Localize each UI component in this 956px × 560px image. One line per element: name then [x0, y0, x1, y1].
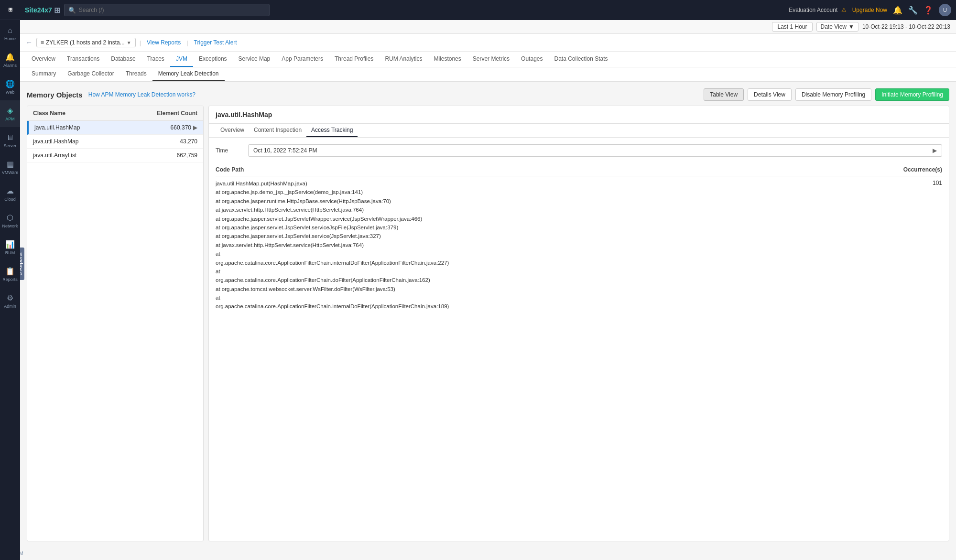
- sidebar-item-vmware[interactable]: ▦ VMWare: [0, 154, 20, 181]
- avatar[interactable]: U: [939, 4, 951, 16]
- main-area: Site24x7 ⊞ 🔍 Evaluation Account ⚠ Upgrad…: [20, 0, 956, 560]
- split-layout: Class Name Element Count java.util.HashM…: [27, 106, 949, 541]
- code-path-occurrences: Code Path Occurrence(s) java.util.HashMa…: [216, 163, 942, 311]
- sidebar-item-label: Alarms: [3, 63, 17, 68]
- section-title: Memory Objects: [27, 91, 83, 99]
- reports-icon: 📋: [5, 267, 15, 276]
- class-name-header: Class Name: [33, 110, 150, 117]
- occurrence-value-cell: 101: [885, 179, 942, 311]
- code-entry: at org.apache.tomcat.websocket.server.Ws…: [216, 285, 885, 293]
- sidebar-logo[interactable]: ⊞: [0, 0, 20, 20]
- search-input[interactable]: [79, 7, 265, 13]
- tab-app-parameters[interactable]: App Parameters: [276, 52, 329, 67]
- right-tab-access-tracking[interactable]: Access Tracking: [306, 124, 358, 137]
- row-element-count: 43,270: [150, 138, 197, 145]
- apm-icon: ◈: [7, 106, 13, 115]
- sidebar-item-label: RUM: [5, 250, 15, 255]
- tab-traces[interactable]: Traces: [141, 52, 170, 67]
- initiate-memory-profiling-button[interactable]: Initiate Memory Profiling: [875, 88, 949, 101]
- datetime-bar: Last 1 Hour Date View ▼ 10-Oct-22 19:13 …: [20, 20, 956, 34]
- sidebar-item-apm[interactable]: ◈ APM: [0, 100, 20, 127]
- brand-name: Site24x7: [25, 6, 52, 14]
- topbar: Site24x7 ⊞ 🔍 Evaluation Account ⚠ Upgrad…: [20, 0, 956, 20]
- code-entry-row: java.util.HashMap.put(HashMap.java) at o…: [216, 179, 942, 311]
- help-icon[interactable]: ❓: [923, 6, 933, 15]
- time-value-box[interactable]: Oct 10, 2022 7:52:24 PM ▶: [248, 144, 942, 157]
- eval-account-label: Evaluation Account ⚠: [789, 7, 846, 13]
- sidebar-item-label: Home: [4, 36, 16, 41]
- tab-thread-profiles[interactable]: Thread Profiles: [329, 52, 379, 67]
- code-path-section: Code Path Occurrence(s) java.util.HashMa…: [216, 163, 942, 311]
- tab-overview[interactable]: Overview: [26, 52, 61, 67]
- tab-server-metrics[interactable]: Server Metrics: [467, 52, 515, 67]
- code-entry: at javax.servlet.http.HttpServlet.servic…: [216, 241, 885, 249]
- notifications-icon[interactable]: 🔔: [893, 6, 902, 15]
- row-class-name: java.util.HashMap: [34, 124, 143, 131]
- sub-tab-summary[interactable]: Summary: [26, 67, 62, 81]
- table-row[interactable]: java.util.HashMap 43,270: [27, 135, 203, 149]
- tab-service-map[interactable]: Service Map: [233, 52, 276, 67]
- code-entry: at: [216, 293, 885, 302]
- date-view-select[interactable]: Date View ▼: [816, 22, 858, 32]
- monitor-selector[interactable]: ≡ ZYLKER (1 hosts and 2 insta... ▼: [36, 38, 136, 47]
- tab-exceptions[interactable]: Exceptions: [193, 52, 233, 67]
- sidebar-item-cloud[interactable]: ☁ Cloud: [0, 181, 20, 207]
- sidebar-item-home[interactable]: ⌂ Home: [0, 20, 20, 47]
- sub-tab-threads[interactable]: Threads: [120, 67, 152, 81]
- table-view-button[interactable]: Table View: [704, 88, 744, 101]
- tab-milestones[interactable]: Milestones: [428, 52, 467, 67]
- breadcrumb-actions: View Reports | Trigger Test Alert: [147, 39, 237, 46]
- upgrade-now-button[interactable]: Upgrade Now: [852, 7, 887, 13]
- web-icon: 🌐: [5, 79, 15, 88]
- sub-nav-tabs: Summary Garbage Collector Threads Memory…: [20, 67, 956, 81]
- tab-database[interactable]: Database: [105, 52, 141, 67]
- warning-icon: ⚠: [841, 7, 847, 13]
- view-reports-link[interactable]: View Reports: [147, 39, 181, 46]
- help-link[interactable]: How APM Memory Leak Detection works?: [88, 91, 196, 98]
- sidebar-item-network[interactable]: ⬡ Network: [0, 207, 20, 234]
- main-nav-tabs: Overview Transactions Database Traces JV…: [20, 52, 956, 67]
- tab-jvm[interactable]: JVM: [170, 52, 193, 67]
- row-element-count: 660,370: [143, 124, 191, 131]
- details-view-button[interactable]: Details View: [748, 88, 792, 101]
- time-nav-icon[interactable]: ▶: [933, 147, 937, 154]
- sidebar-item-server[interactable]: 🖥 Server: [0, 127, 20, 154]
- code-entry: at org.apache.jasper.runtime.HttpJspBase…: [216, 197, 885, 205]
- time-label: Time: [216, 147, 244, 154]
- disable-memory-profiling-button[interactable]: Disable Memory Profiling: [795, 88, 871, 101]
- code-entry: at org.apache.jasper.servlet.JspServletW…: [216, 215, 885, 223]
- search-icon: 🔍: [68, 7, 76, 14]
- sidebar-item-reports[interactable]: 📋 Reports: [0, 261, 20, 288]
- vmware-icon: ▦: [7, 160, 14, 169]
- table-row[interactable]: java.util.ArrayList 662,759: [27, 149, 203, 162]
- tab-outages[interactable]: Outages: [515, 52, 548, 67]
- code-entry: org.apache.catalina.core.ApplicationFilt…: [216, 276, 885, 284]
- server-icon: 🖥: [6, 133, 14, 142]
- right-tab-overview[interactable]: Overview: [216, 124, 249, 137]
- sidebar-item-admin[interactable]: ⚙ Admin: [0, 288, 20, 314]
- sidebar-item-rum[interactable]: 📊 RUM: [0, 234, 20, 261]
- sidebar-item-label: Network: [2, 224, 18, 228]
- separator: |: [140, 39, 141, 46]
- tab-data-collection-stats[interactable]: Data Collection Stats: [548, 52, 613, 67]
- monitor-name: ZYLKER (1 hosts and 2 insta...: [46, 39, 125, 46]
- last-hour-badge[interactable]: Last 1 Hour: [772, 22, 812, 32]
- tab-transactions[interactable]: Transactions: [61, 52, 105, 67]
- search-bar[interactable]: 🔍: [64, 4, 270, 16]
- settings-icon[interactable]: 🔧: [908, 6, 918, 15]
- trigger-test-alert-link[interactable]: Trigger Test Alert: [194, 39, 237, 46]
- monitor-chevron-icon: ▼: [127, 40, 131, 45]
- sub-tab-garbage-collector[interactable]: Garbage Collector: [62, 67, 120, 81]
- table-row[interactable]: java.util.HashMap 660,370 ▶: [27, 121, 203, 135]
- occurrence-value: 101: [933, 180, 942, 186]
- detail-panel-tabs: Overview Content Inspection Access Track…: [209, 124, 949, 138]
- time-row: Time Oct 10, 2022 7:52:24 PM ▶: [216, 144, 942, 157]
- back-arrow-icon[interactable]: ←: [26, 39, 33, 46]
- sidebar-item-web[interactable]: 🌐 Web: [0, 74, 20, 100]
- right-tab-content-inspection[interactable]: Content Inspection: [249, 124, 306, 137]
- tab-rum-analytics[interactable]: RUM Analytics: [379, 52, 428, 67]
- sidebar-item-alarms[interactable]: 🔔 Alarms: [0, 47, 20, 74]
- sub-tab-memory-leak-detection[interactable]: Memory Leak Detection: [152, 67, 225, 81]
- list-icon: ≡: [41, 39, 44, 46]
- section-actions: Table View Details View Disable Memory P…: [704, 88, 949, 101]
